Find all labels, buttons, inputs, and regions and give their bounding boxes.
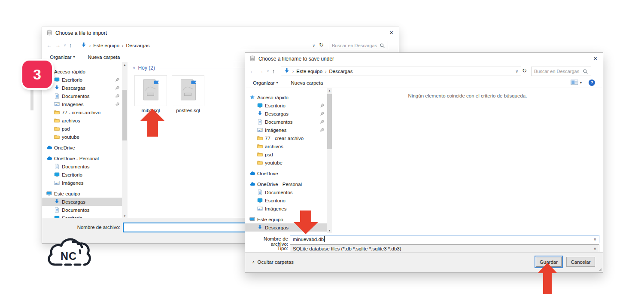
sidebar-item-onedrive-personal[interactable]: OneDrive - Personal — [245, 180, 327, 188]
pin-icon — [320, 119, 325, 124]
breadcrumb-segment[interactable]: Descargas — [329, 69, 352, 74]
sidebar-item-acceso-rápido[interactable]: Acceso rápido — [245, 93, 327, 101]
save-search-input[interactable]: Buscar en Descargas — [531, 67, 591, 76]
refresh-icon[interactable]: ↻ — [522, 67, 527, 74]
sidebar-item-psd[interactable]: psd — [245, 150, 327, 159]
recent-locations-icon[interactable]: ∨ — [267, 68, 269, 74]
sidebar-item-youtube[interactable]: youtube — [245, 159, 327, 167]
file-tile-mibd[interactable]: mibd.sql — [134, 75, 167, 113]
forward-icon[interactable]: → — [258, 68, 264, 74]
scrollbar-thumb[interactable] — [327, 94, 332, 149]
sidebar-item-onedrive[interactable]: OneDrive — [42, 143, 122, 152]
document-icon — [54, 164, 62, 169]
sidebar-item-escritorio[interactable]: Escritorio — [245, 196, 327, 204]
address-dropdown-icon[interactable]: ∨ — [515, 69, 518, 73]
breadcrumb-separator-icon: › — [292, 69, 294, 74]
refresh-icon[interactable]: ↻ — [319, 42, 324, 48]
database-icon — [249, 55, 255, 63]
import-breadcrumb[interactable]: › Este equipo › Descargas ∨ — [78, 41, 318, 50]
close-icon[interactable]: × — [593, 55, 597, 62]
sidebar-item-onedrive-personal[interactable]: OneDrive - Personal — [42, 154, 122, 162]
filetype-select[interactable]: SQLite database files (*.db *.sqlite *.s… — [290, 244, 599, 253]
breadcrumb-segment[interactable]: Este equipo — [93, 43, 119, 48]
save-address-bar: ← → ∨ ↑ › Este equipo › Descargas ∨ ↻ Bu… — [245, 65, 603, 78]
computer-icon — [46, 191, 54, 196]
new-folder-button[interactable]: Nueva carpeta — [88, 55, 120, 60]
breadcrumb-segment[interactable]: Este equipo — [296, 69, 322, 74]
sidebar-item-label: 77 - crear-archivo — [62, 110, 100, 115]
sidebar-item-escritorio[interactable]: Escritorio — [245, 101, 327, 110]
file-tile-postres[interactable]: postres.sql — [172, 75, 204, 113]
picture-icon — [257, 206, 265, 211]
save-toolbar: Organizar▾ Nueva carpeta ▾ ? — [245, 78, 603, 88]
sidebar-item-documentos[interactable]: Documentos — [42, 162, 122, 171]
resize-grip[interactable] — [598, 268, 601, 271]
forward-icon[interactable]: → — [55, 42, 61, 49]
sidebar-item-escritorio[interactable]: Escritorio — [42, 171, 122, 179]
recent-locations-icon[interactable]: ∨ — [64, 42, 66, 49]
document-icon — [54, 207, 62, 213]
cancel-button[interactable]: Cancelar — [566, 257, 595, 267]
import-sidebar-scrollbar[interactable]: ▲ ▼ — [122, 62, 128, 219]
sidebar-item-77-crear-archivo[interactable]: 77 - crear-archivo — [42, 108, 122, 116]
sql-file-icon — [141, 79, 161, 103]
step-badge-stem — [30, 88, 33, 110]
filename-input[interactable]: minuevabd.db ∨ — [290, 235, 599, 243]
view-mode-button[interactable]: ▾ — [571, 79, 582, 86]
scrollbar-thumb[interactable] — [122, 90, 127, 140]
save-breadcrumb[interactable]: › Este equipo › Descargas ∨ — [281, 67, 521, 76]
sidebar-item-escritorio[interactable]: Escritorio — [42, 76, 122, 84]
organize-menu[interactable]: Organizar▾ — [253, 80, 278, 85]
database-icon — [46, 30, 52, 37]
help-icon[interactable]: ? — [589, 79, 595, 86]
sidebar-item-documentos[interactable]: Documentos — [42, 92, 122, 100]
text-caret — [126, 225, 126, 230]
sidebar-item-este-equipo[interactable]: Este equipo — [42, 189, 122, 198]
organize-menu[interactable]: Organizar▾ — [50, 55, 75, 60]
import-address-bar: ← → ∨ ↑ › Este equipo › Descargas ∨ ↻ Bu… — [42, 39, 399, 52]
back-icon[interactable]: ← — [46, 42, 52, 49]
up-icon[interactable]: ↑ — [272, 68, 275, 74]
scroll-up-icon[interactable]: ▲ — [327, 88, 332, 93]
sidebar-item-archivos[interactable]: archivos — [245, 142, 327, 150]
dropdown-icon: ▾ — [73, 55, 75, 59]
back-icon[interactable]: ← — [249, 68, 255, 74]
chevron-down-icon[interactable]: ∨ — [593, 237, 596, 241]
dropdown-icon: ▾ — [580, 81, 582, 85]
scroll-up-icon[interactable]: ▲ — [122, 62, 128, 67]
hide-folders-button[interactable]: ∧ Ocultar carpetas — [252, 259, 294, 265]
pin-icon — [115, 94, 120, 98]
sidebar-item-descargas[interactable]: Descargas — [245, 110, 327, 118]
sidebar-item-archivos[interactable]: archivos — [42, 116, 122, 125]
sidebar-item-imágenes[interactable]: Imágenes — [42, 100, 122, 108]
sidebar-item-acceso-rápido[interactable]: Acceso rápido — [42, 67, 122, 76]
sidebar-item-youtube[interactable]: youtube — [42, 133, 122, 141]
sidebar-item-imágenes[interactable]: Imágenes — [42, 179, 122, 187]
sidebar-item-psd[interactable]: psd — [42, 125, 122, 133]
scroll-down-icon[interactable]: ▼ — [327, 228, 332, 233]
new-folder-button[interactable]: Nueva carpeta — [291, 80, 323, 85]
address-dropdown-icon[interactable]: ∨ — [312, 43, 315, 48]
sidebar-item-label: Imágenes — [62, 102, 84, 107]
save-sidebar-scrollbar[interactable]: ▲ ▼ — [327, 88, 332, 233]
import-sidebar: Acceso rápidoEscritorioDescargasDocument… — [42, 62, 122, 219]
folder-icon — [54, 126, 62, 131]
downloads-icon — [81, 42, 87, 49]
sidebar-item-documentos[interactable]: Documentos — [245, 118, 327, 126]
folder-icon — [257, 152, 265, 157]
chevron-down-icon[interactable]: ∨ — [593, 247, 596, 251]
sidebar-item-documentos[interactable]: Documentos — [245, 188, 327, 196]
sidebar-item-descargas[interactable]: Descargas — [42, 198, 122, 206]
download-icon — [54, 85, 62, 91]
sidebar-item-77-crear-archivo[interactable]: 77 - crear-archivo — [245, 134, 327, 142]
breadcrumb-segment[interactable]: Descargas — [126, 43, 149, 48]
sidebar-item-onedrive[interactable]: OneDrive — [245, 169, 327, 177]
sidebar-item-documentos[interactable]: Documentos — [42, 206, 122, 214]
sidebar-item-imágenes[interactable]: Imágenes — [245, 126, 327, 134]
import-dialog-titlebar: Choose a file to import × — [42, 27, 399, 39]
up-icon[interactable]: ↑ — [69, 42, 72, 49]
sidebar-item-descargas[interactable]: Descargas — [42, 84, 122, 92]
import-search-input[interactable]: Buscar en Descargas — [329, 41, 388, 50]
close-icon[interactable]: × — [389, 29, 393, 36]
document-icon — [257, 189, 265, 195]
